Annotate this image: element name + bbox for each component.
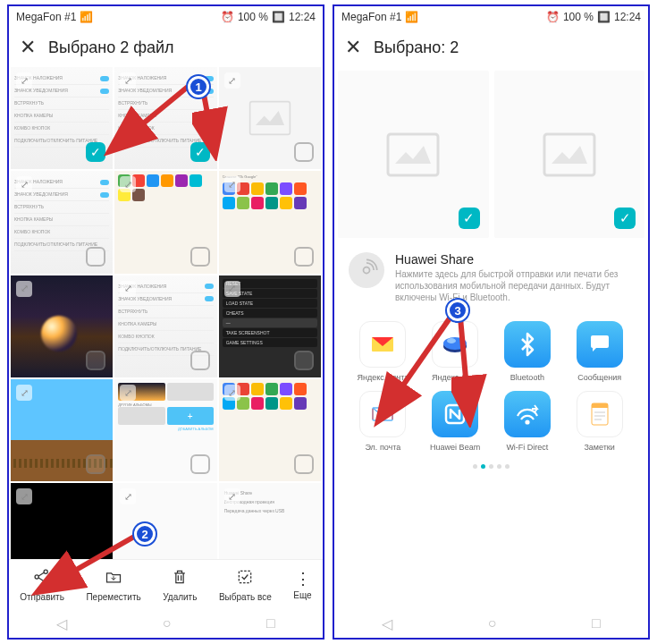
close-icon[interactable]: ✕	[345, 36, 361, 59]
expand-icon: ⤢	[120, 488, 136, 504]
share-notes[interactable]: Заметки	[565, 391, 634, 452]
thumbnail[interactable]: ⤢	[114, 171, 216, 273]
share-yandex-disk[interactable]: Яндекс.Диск	[421, 321, 490, 382]
page-indicator	[349, 464, 634, 469]
svg-rect-18	[592, 403, 608, 408]
alarm-icon: ⏰	[221, 11, 234, 23]
send-button[interactable]: Отправить	[20, 568, 64, 602]
share-messages[interactable]: Сообщения	[565, 321, 634, 382]
expand-icon: ⤢	[224, 176, 240, 192]
svg-point-2	[44, 570, 47, 573]
signal-icon: 📶	[405, 11, 418, 23]
thumbnail[interactable]: ⤢ ЗНАЧОК НАЛОЖЕНИЯ ЗНАЧОК УВЕДОМЛЕНИЯ ВС…	[114, 275, 216, 377]
expand-icon: ⤢	[120, 176, 136, 192]
nav-recent-icon[interactable]: □	[266, 615, 275, 631]
folder-icon	[105, 568, 122, 590]
expand-icon: ⤢	[224, 281, 240, 297]
share-wifi-direct[interactable]: Wi-Fi Direct	[493, 391, 562, 452]
thumbnail[interactable]: ⤢ ЗНАЧОК НАЛОЖЕНИЯ ЗНАЧОК УВЕДОМЛЕНИЯ ВС…	[11, 171, 113, 273]
checkbox-icon[interactable]	[86, 454, 105, 474]
wifi-direct-icon	[504, 391, 551, 437]
page-title: Выбрано: 2	[374, 38, 459, 57]
selected-thumbnails: ✓ ✓	[334, 67, 648, 242]
delete-button[interactable]: Удалить	[163, 568, 197, 602]
thumbnail[interactable]: ⤢ ЗНАЧОК НАЛОЖЕНИЯ ЗНАЧОК УВЕДОМЛЕНИЯ ВС…	[11, 67, 113, 169]
expand-icon: ⤢	[16, 176, 32, 192]
gallery-grid: ⤢ ЗНАЧОК НАЛОЖЕНИЯ ЗНАЧОК УВЕДОМЛЕНИЯ ВС…	[9, 67, 323, 575]
carrier-label: MegaFon #1	[16, 11, 76, 23]
select-all-icon	[236, 568, 254, 590]
alarm-icon: ⏰	[546, 11, 560, 23]
svg-rect-0	[249, 102, 290, 135]
svg-line-4	[38, 572, 45, 576]
thumbnail[interactable]: ⤢	[11, 275, 113, 377]
nav-recent-icon[interactable]: □	[592, 615, 601, 631]
svg-rect-8	[544, 134, 594, 175]
svg-line-5	[38, 577, 45, 580]
battery-icon: 🔲	[597, 11, 611, 23]
thumbnail[interactable]: ⤢ ДРУГИЕ АЛЬБОМЫ + ДОБАВИТЬ АЛЬБОМ	[114, 379, 216, 481]
thumbnail[interactable]: ⤢	[219, 67, 321, 169]
huawei-share-title: Huawei Share	[395, 252, 634, 267]
thumbnail[interactable]: ⤢ RESET SAVE STATE LOAD STATE CHEATS — T…	[219, 275, 321, 377]
expand-icon: ⤢	[120, 281, 136, 297]
thumbnail[interactable]: ✓	[494, 71, 645, 238]
checkbox-icon[interactable]	[294, 351, 314, 370]
close-icon[interactable]: ✕	[20, 36, 36, 59]
checkbox-icon[interactable]	[190, 351, 210, 370]
annotation-badge-3: 3	[447, 300, 468, 321]
annotation-badge-2: 2	[134, 523, 156, 545]
share-yandex-mail[interactable]: Яндекс.Почта	[349, 321, 417, 382]
expand-icon: ⤢	[16, 72, 32, 89]
notes-icon	[577, 391, 623, 437]
annotation-badge-1: 1	[188, 76, 209, 97]
nav-home-icon[interactable]: ○	[488, 615, 497, 631]
checkbox-icon[interactable]	[190, 247, 210, 267]
select-all-button[interactable]: Выбрать все	[219, 568, 272, 602]
time-label: 12:24	[289, 11, 316, 23]
share-email[interactable]: Эл. почта	[349, 391, 417, 452]
checkbox-icon[interactable]	[190, 454, 210, 474]
checkbox-icon[interactable]	[294, 454, 314, 474]
message-icon	[577, 321, 623, 368]
checkbox-icon[interactable]	[294, 247, 314, 267]
huawei-share-desc: Нажмите здесь для быстрой отправки или п…	[395, 268, 634, 303]
more-button[interactable]: ⋮ Еще	[293, 569, 311, 600]
phone-screenshot-left: MegaFon #1 📶 ⏰ 100 % 🔲 12:24 ✕ Выбрано 2…	[7, 4, 324, 640]
thumbnail[interactable]: ⤢	[219, 379, 321, 481]
expand-icon: ⤢	[224, 72, 240, 89]
thumbnail[interactable]: ⤢	[11, 379, 113, 481]
share-panel: Huawei Share Нажмите здесь для быстрой о…	[334, 242, 648, 479]
checkbox-checked-icon[interactable]: ✓	[86, 142, 105, 162]
nav-back-icon[interactable]: ◁	[382, 615, 392, 632]
svg-rect-6	[240, 571, 251, 582]
huawei-share-row[interactable]: Huawei Share Нажмите здесь для быстрой о…	[349, 252, 634, 303]
nav-home-icon[interactable]: ○	[163, 615, 172, 631]
checkbox-checked-icon[interactable]: ✓	[190, 142, 210, 162]
move-button[interactable]: Переместить	[86, 568, 140, 602]
checkbox-icon[interactable]	[294, 142, 314, 162]
thumbnail[interactable]: ⤢ Скажите "Ok Google"	[219, 171, 321, 273]
share-huawei-beam[interactable]: Huawei Beam	[421, 391, 490, 452]
time-label: 12:24	[614, 11, 641, 23]
svg-point-13	[447, 338, 456, 343]
share-app-grid: Яндекс.Почта Яндекс.Диск Bluetooth Сообщ…	[349, 321, 634, 452]
expand-icon: ⤢	[16, 488, 32, 504]
share-bluetooth[interactable]: Bluetooth	[493, 321, 562, 382]
expand-icon: ⤢	[16, 385, 32, 401]
expand-icon: ⤢	[120, 385, 136, 401]
expand-icon: ⤢	[224, 488, 240, 504]
svg-rect-7	[388, 134, 438, 175]
signal-icon: 📶	[80, 11, 93, 23]
expand-icon: ⤢	[16, 281, 32, 297]
phone-screenshot-right: MegaFon #1 📶 ⏰ 100 % 🔲 12:24 ✕ Выбрано: …	[333, 4, 650, 640]
checkbox-checked-icon[interactable]: ✓	[614, 208, 636, 229]
checkbox-checked-icon[interactable]: ✓	[459, 208, 480, 229]
header: ✕ Выбрано 2 файл	[9, 28, 323, 67]
checkbox-icon[interactable]	[86, 247, 105, 267]
status-bar: MegaFon #1 📶 ⏰ 100 % 🔲 12:24	[9, 6, 323, 28]
checkbox-icon[interactable]	[86, 351, 105, 370]
thumbnail[interactable]: ✓	[338, 71, 489, 238]
share-icon	[33, 568, 51, 590]
nav-back-icon[interactable]: ◁	[56, 615, 67, 632]
